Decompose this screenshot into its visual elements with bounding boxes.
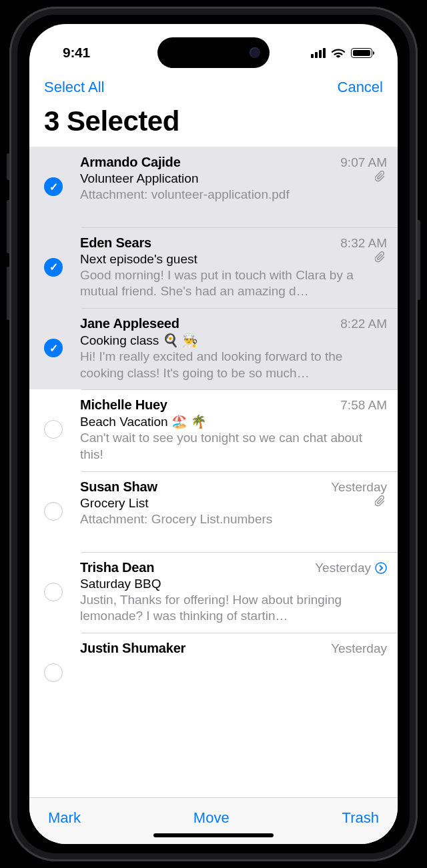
mail-row[interactable]: Justin ShumakerYesterday — [29, 633, 398, 690]
divider — [81, 471, 398, 472]
nav-bar: Select All Cancel — [29, 71, 398, 99]
subject-line: Grocery List — [80, 495, 387, 511]
mail-header: Eden Sears8:32 AM — [80, 235, 387, 251]
subject: Grocery List — [80, 496, 148, 511]
disclosure-icon — [375, 562, 387, 574]
mail-row[interactable]: Jane Appleseed8:22 AMCooking class 🍳 👨‍🍳… — [29, 308, 398, 389]
phone-frame: 9:41 Select All Cancel 3 Selected Armand… — [9, 7, 418, 861]
status-time: 9:41 — [63, 45, 90, 61]
selection-checkbox[interactable] — [44, 420, 63, 439]
move-button[interactable]: Move — [193, 809, 230, 827]
time-column: 8:22 AM — [340, 317, 387, 331]
subject-line: Saturday BBQ — [80, 575, 387, 591]
home-indicator[interactable] — [153, 833, 274, 837]
divider — [81, 227, 398, 228]
mail-row[interactable]: Michelle Huey7:58 AMBeach Vacation 🏖️ 🌴C… — [29, 389, 398, 471]
selection-checkbox[interactable] — [44, 177, 63, 196]
page-title: 3 Selected — [29, 99, 398, 147]
sender-name: Michelle Huey — [80, 397, 167, 413]
mail-row[interactable]: Eden Sears8:32 AMNext episode's guestGoo… — [29, 227, 398, 308]
screen: 9:41 Select All Cancel 3 Selected Armand… — [29, 24, 398, 844]
received-time: Yesterday — [331, 480, 387, 495]
mail-content: Susan ShawYesterdayGrocery ListAttachmen… — [80, 479, 387, 544]
trash-button[interactable]: Trash — [342, 809, 379, 827]
time-column: 9:07 AM — [340, 155, 387, 170]
selection-checkbox[interactable] — [44, 502, 63, 521]
selection-checkbox[interactable] — [44, 258, 63, 277]
select-all-button[interactable]: Select All — [44, 79, 105, 96]
selection-checkbox[interactable] — [44, 583, 63, 601]
cancel-button[interactable]: Cancel — [338, 79, 383, 96]
time-column: Yesterday — [331, 641, 387, 656]
spacer — [80, 528, 387, 544]
mail-content: Jane Appleseed8:22 AMCooking class 🍳 👨‍🍳… — [80, 316, 387, 381]
sender-name: Justin Shumaker — [80, 641, 185, 656]
attachment-icon — [375, 495, 386, 507]
time-column: 7:58 AM — [340, 398, 387, 413]
time-column: 8:32 AM — [340, 236, 387, 251]
divider — [81, 308, 398, 309]
mail-content: Eden Sears8:32 AMNext episode's guestGoo… — [80, 235, 387, 300]
mail-content: Michelle Huey7:58 AMBeach Vacation 🏖️ 🌴C… — [80, 397, 387, 463]
time-column: Yesterday — [315, 561, 387, 575]
received-time: Yesterday — [315, 561, 371, 575]
received-time: 8:32 AM — [340, 236, 387, 251]
mail-content: Justin ShumakerYesterday — [80, 641, 387, 656]
spacer — [80, 203, 387, 219]
cellular-signal-icon — [311, 48, 326, 58]
received-time: 9:07 AM — [340, 155, 387, 170]
svg-point-0 — [376, 563, 386, 573]
subject: Cooking class 🍳 👨‍🍳 — [80, 333, 198, 348]
preview-text: Attachment: volunteer-application.pdf — [80, 187, 387, 203]
sender-name: Susan Shaw — [80, 479, 157, 495]
subject: Volunteer Application — [80, 171, 198, 186]
mail-content: Armando Cajide9:07 AMVolunteer Applicati… — [80, 155, 387, 219]
divider — [81, 389, 398, 390]
mail-header: Armando Cajide9:07 AM — [80, 155, 387, 170]
preview-text: Hi! I'm really excited and looking forwa… — [80, 349, 387, 381]
divider — [81, 552, 398, 553]
subject-line: Beach Vacation 🏖️ 🌴 — [80, 413, 387, 429]
attachment-icon — [375, 171, 386, 183]
time-column: Yesterday — [331, 480, 387, 495]
mail-row[interactable]: Trisha DeanYesterdaySaturday BBQJustin, … — [29, 552, 398, 633]
mail-row[interactable]: Armando Cajide9:07 AMVolunteer Applicati… — [29, 147, 398, 227]
attachment-icon — [375, 251, 386, 263]
received-time: Yesterday — [331, 641, 387, 656]
mail-header: Jane Appleseed8:22 AM — [80, 316, 387, 331]
subject-line: Next episode's guest — [80, 251, 387, 267]
mail-content: Trisha DeanYesterdaySaturday BBQJustin, … — [80, 560, 387, 625]
preview-text: Attachment: Grocery List.numbers — [80, 511, 387, 528]
mail-list[interactable]: Armando Cajide9:07 AMVolunteer Applicati… — [29, 147, 398, 797]
sender-name: Armando Cajide — [80, 155, 181, 170]
selection-checkbox[interactable] — [44, 663, 63, 682]
sender-name: Eden Sears — [80, 235, 151, 251]
subject-line: Volunteer Application — [80, 170, 387, 186]
mail-header: Justin ShumakerYesterday — [80, 641, 387, 656]
mail-row[interactable]: Susan ShawYesterdayGrocery ListAttachmen… — [29, 471, 398, 552]
preview-text: Justin, Thanks for offering! How about b… — [80, 592, 387, 625]
preview-text: Good morning! I was put in touch with Cl… — [80, 267, 387, 300]
received-time: 7:58 AM — [340, 398, 387, 413]
subject: Saturday BBQ — [80, 577, 161, 591]
sender-name: Jane Appleseed — [80, 316, 179, 331]
status-indicators — [311, 47, 372, 58]
mail-header: Susan ShawYesterday — [80, 479, 387, 495]
dynamic-island — [157, 37, 270, 68]
preview-text: Can't wait to see you tonight so we can … — [80, 430, 387, 463]
subject: Beach Vacation 🏖️ 🌴 — [80, 414, 207, 429]
mail-header: Trisha DeanYesterday — [80, 560, 387, 575]
received-time: 8:22 AM — [340, 317, 387, 331]
selection-checkbox[interactable] — [44, 339, 63, 357]
battery-icon — [351, 48, 372, 58]
subject-line: Cooking class 🍳 👨‍🍳 — [80, 331, 387, 348]
sender-name: Trisha Dean — [80, 560, 154, 575]
mail-header: Michelle Huey7:58 AM — [80, 397, 387, 413]
subject: Next episode's guest — [80, 252, 197, 267]
mark-button[interactable]: Mark — [48, 809, 81, 827]
wifi-icon — [331, 47, 346, 58]
divider — [81, 633, 398, 633]
